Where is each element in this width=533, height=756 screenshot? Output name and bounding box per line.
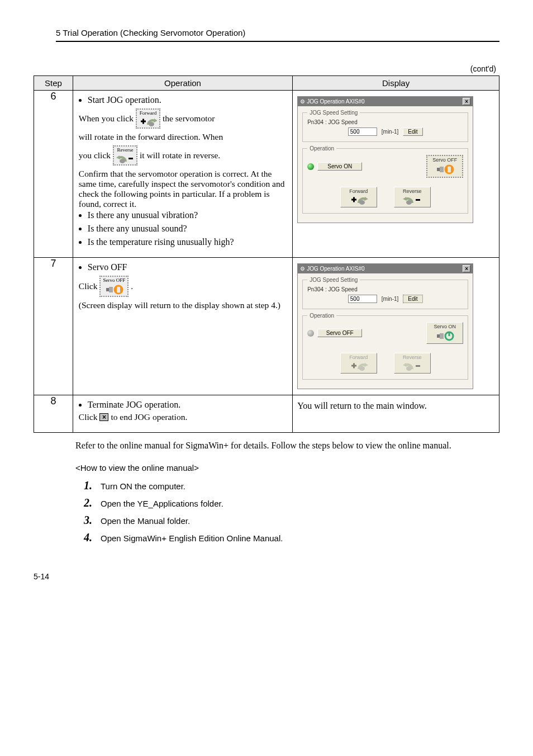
servo-status-button[interactable]: Servo OFF [317,329,362,337]
operation-table: Step Operation Display 6 Start JOG opera… [34,75,499,433]
unit-label: [min-1] [382,296,399,302]
servo-status-led-icon [307,330,314,337]
svg-rect-19 [106,288,109,291]
param-label: Pn304 : JOG Speed [307,119,463,125]
table-row: 6 Start JOG operation. When you click Fo… [34,91,499,258]
op-paragraph: Confirm that the servomotor operation is… [79,169,287,209]
forward-label: Forward [343,188,374,194]
step-text: Open the Manual folder. [101,516,190,526]
window-title: JOG Operation AXIS#0 [307,266,364,272]
display-cell: ⚙JOG Operation AXIS#0 × JOG Speed Settin… [293,91,499,258]
howto-step: Open the YE_Applications folder. [84,497,499,509]
jog-speed-input[interactable] [348,295,377,303]
display-text: You will return to the main window. [293,395,499,433]
svg-rect-20 [109,287,113,292]
howto-step: Open the Manual folder. [84,514,499,527]
reverse-button-icon: Reverse [113,145,137,166]
close-icon[interactable]: × [463,265,470,272]
svg-marker-2 [154,119,157,122]
howto-steps: Turn ON the computer. Open the YE_Applic… [84,479,499,544]
param-label: Pn304 : JOG Speed [307,286,463,292]
group-label: JOG Speed Setting [307,110,360,116]
svg-point-31 [359,366,365,371]
svg-marker-4 [116,155,120,159]
servo-off-label: Servo OFF [430,157,460,163]
step-text: Turn ON the computer. [101,481,185,491]
text-fragment: (Screen display will return to the displ… [79,300,287,310]
servo-on-button[interactable]: Servo ON [426,322,463,344]
servo-on-label: Servo ON [429,324,460,329]
group-label: Operation [307,145,336,152]
svg-rect-22 [117,286,120,293]
svg-rect-25 [440,333,444,339]
step-number: 7 [34,258,73,395]
step-number: 6 [34,91,73,258]
svg-point-15 [359,200,365,205]
svg-rect-34 [416,365,420,367]
text-fragment: you click [79,150,111,160]
page-number: 5-14 [34,572,499,581]
svg-point-17 [406,200,412,205]
svg-marker-32 [403,363,407,367]
svg-point-3 [149,122,154,126]
operation-cell: Servo OFF Click Servo OFF . [73,258,292,395]
howto-step: Open SigmaWin+ English Edition Online Ma… [84,531,499,544]
servo-status-button[interactable]: Servo ON [317,162,362,171]
col-operation: Operation [73,76,292,91]
servo-off-label: Servo OFF [103,278,125,283]
jog-speed-input[interactable] [348,127,377,136]
text-fragment: . [131,281,133,291]
svg-marker-16 [403,197,407,201]
footer-paragraph: Refer to the online manual for SigmaWin+… [75,441,494,451]
continued-label: (cont'd) [34,64,499,73]
text-fragment: Click [79,412,98,422]
forward-button[interactable]: Forward [340,187,377,207]
jog-window-servo-on: ⚙JOG Operation AXIS#0 × JOG Speed Settin… [297,96,473,223]
forward-label: Forward [343,355,374,360]
edit-button[interactable]: Edit [403,127,422,136]
group-label: Operation [307,313,336,319]
display-cell: ⚙JOG Operation AXIS#0 × JOG Speed Settin… [293,258,499,395]
col-display: Display [293,76,499,91]
svg-rect-18 [416,199,420,201]
close-icon[interactable] [99,413,108,421]
svg-rect-6 [129,158,133,159]
step-text: Open SigmaWin+ English Edition Online Ma… [101,533,283,543]
jog-window-servo-off: ⚙JOG Operation AXIS#0 × JOG Speed Settin… [297,263,473,389]
chapter-header: 5 Trial Operation (Checking Servomotor O… [56,28,499,42]
reverse-button[interactable]: Reverse [394,187,431,207]
svg-rect-10 [448,166,451,173]
forward-button-disabled: Forward [340,353,377,374]
forward-label: Forward [139,111,157,116]
svg-point-5 [120,159,125,163]
close-icon[interactable]: × [463,98,470,105]
svg-rect-8 [440,167,444,172]
table-row: 7 Servo OFF Click Servo OFF [34,258,499,395]
text-fragment: the servomotor [163,114,215,124]
operation-cell: Start JOG operation. When you click Forw… [73,91,292,258]
check-item: Is there any unusual sound? [88,224,287,234]
group-label: JOG Speed Setting [307,277,360,283]
svg-marker-14 [364,197,368,201]
op-bullet: Terminate JOG operation. [88,400,287,410]
svg-point-33 [406,366,412,371]
servo-status-led-icon [307,163,314,170]
reverse-label: Reverse [397,188,428,194]
reverse-button-disabled: Reverse [394,353,431,374]
text-fragment: it will rotate in reverse. [140,150,220,160]
text-fragment: will rotate in the forward direction. Wh… [79,132,287,142]
forward-button-icon: Forward [136,108,160,129]
check-item: Is the temperature rising unusually high… [88,237,287,247]
reverse-label: Reverse [397,355,428,360]
col-step: Step [34,76,73,91]
reverse-label: Reverse [116,148,134,153]
edit-button[interactable]: Edit [403,295,422,303]
servo-off-button-icon: Servo OFF [99,276,129,297]
step-number: 8 [34,395,73,433]
howto-heading: <How to view the online manual> [75,463,499,472]
window-title: JOG Operation AXIS#0 [307,98,364,105]
servo-off-button[interactable]: Servo OFF [426,155,463,178]
howto-step: Turn ON the computer. [84,479,499,492]
svg-rect-24 [437,334,440,338]
unit-label: [min-1] [382,129,399,135]
